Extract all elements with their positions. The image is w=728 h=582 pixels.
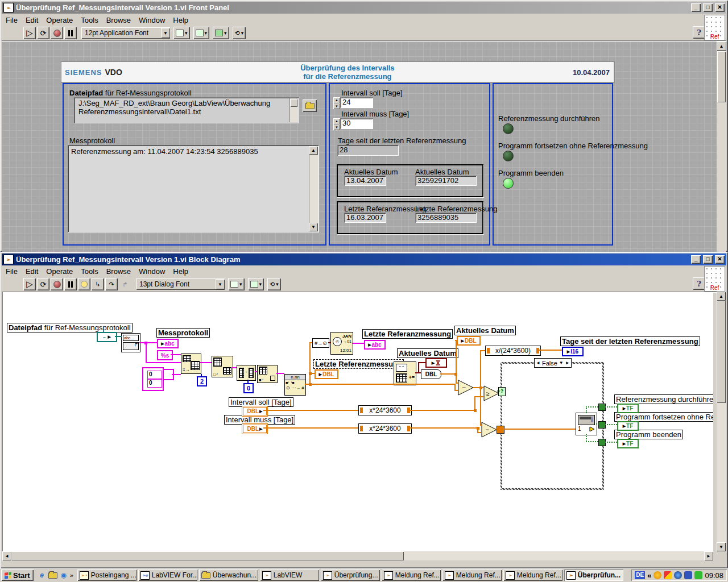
menu-tools[interactable]: Tools xyxy=(77,15,102,26)
context-help-button[interactable]: ? xyxy=(693,277,705,290)
context-help-button[interactable]: ? xyxy=(693,26,705,39)
dateipfad-path-field[interactable]: J:\Seg_MAF_RD_ext\Braun Georg\LabView\Üb… xyxy=(74,97,299,123)
case-next-icon[interactable]: ► xyxy=(565,360,570,365)
path-scrollbar[interactable] xyxy=(289,98,298,122)
desktop-icon[interactable]: ◉ xyxy=(59,571,68,580)
messprotokoll-indicator-terminal[interactable]: abc xyxy=(157,339,179,348)
minimize-button[interactable]: _ xyxy=(691,255,701,264)
menu-window[interactable]: Window xyxy=(135,266,169,277)
font-selector[interactable]: 12pt Application Font ▼ xyxy=(81,27,170,39)
run-button[interactable]: ▷ xyxy=(23,27,36,39)
font-dropdown-arrow-icon[interactable]: ▼ xyxy=(161,28,170,38)
letzte-referenzmessung-dbl-indicator[interactable]: DBL xyxy=(315,369,338,379)
close-button[interactable]: ✕ xyxy=(715,3,725,12)
tray-network-wave-icon[interactable] xyxy=(674,571,682,579)
menu-file[interactable]: File xyxy=(2,15,22,26)
expr-x-mul-24-3600-a[interactable]: x*24*3600 xyxy=(358,405,412,415)
abort-button[interactable] xyxy=(51,27,63,39)
distribute-objects-button[interactable]: ▾ xyxy=(248,278,264,290)
menu-operate[interactable]: Operate xyxy=(42,266,77,277)
minimize-button[interactable]: _ xyxy=(691,3,701,12)
run-continuous-button[interactable]: ⟳ xyxy=(37,278,49,290)
case-dropdown-icon[interactable]: ▼ xyxy=(559,360,564,365)
tray-alert-icon[interactable] xyxy=(664,571,672,579)
array-reshape-node[interactable]: → xyxy=(237,365,256,381)
bd-scroll-right-icon[interactable]: ► xyxy=(704,551,713,560)
intervall-muss-dbl-control[interactable]: DBL xyxy=(242,423,268,434)
out2-tf-indicator[interactable]: TF xyxy=(617,421,639,431)
case-selector[interactable]: ◄ False ▼ ► xyxy=(534,358,572,368)
spreadsheet-string-to-array-node[interactable]: ⁞⁞→ xyxy=(181,354,201,374)
run-continuous-button[interactable]: ⟳ xyxy=(37,27,49,39)
step-over-button[interactable]: ↷ xyxy=(105,278,118,290)
path-control-terminal[interactable]: ⌐˯ xyxy=(97,332,117,342)
menu-operate[interactable]: Operate xyxy=(42,15,77,26)
font-dropdown-arrow-icon[interactable]: ▼ xyxy=(216,279,225,289)
letzte-referanzmessung-string-indicator[interactable]: abc xyxy=(364,340,386,350)
pause-button[interactable] xyxy=(64,278,77,290)
menu-browse[interactable]: Browse xyxy=(102,15,135,26)
message-dialog-subvi[interactable]: 1 xyxy=(576,413,597,435)
intervall-soll-field[interactable]: 24 xyxy=(340,97,373,108)
format-string-constant[interactable]: %s xyxy=(157,350,173,360)
resize-objects-button[interactable]: ▾ xyxy=(213,27,229,39)
menu-edit[interactable]: Edit xyxy=(22,266,42,277)
messprotokoll-scrollbar[interactable]: ▲ ▼ xyxy=(309,146,318,231)
menu-file[interactable]: File xyxy=(2,266,22,277)
aktuelles-datum-timestamp-indicator[interactable]: ⋈ xyxy=(425,358,447,368)
maximize-button[interactable]: □ xyxy=(703,3,713,12)
expr-x-div-24-3600[interactable]: x/(24*3600) xyxy=(485,346,541,356)
taskbar-button-posteingang[interactable]: ◔ Posteingang ... xyxy=(77,569,136,581)
tage-seit-i16-indicator[interactable]: I16 xyxy=(562,347,584,356)
abort-button[interactable] xyxy=(51,278,63,290)
read-text-file-node[interactable]: abc... ↱ xyxy=(121,333,140,352)
distribute-objects-button[interactable]: ▾ xyxy=(193,27,210,39)
bd-scroll-up-icon[interactable]: ▲ xyxy=(717,292,726,301)
intervall-muss-spinner[interactable]: ▲▼ xyxy=(333,118,340,130)
tray-book-icon[interactable] xyxy=(684,571,692,579)
to-dbl-coercion-node[interactable]: DBL xyxy=(421,369,441,379)
messprotokoll-text-area[interactable]: Referenzmessung am: 11.04.2007 14:23:54 … xyxy=(68,145,319,232)
taskbar-button-ueberpruefung[interactable]: Überprüfung... xyxy=(321,569,380,581)
vi-icon[interactable]: Ref xyxy=(704,15,725,40)
intervall-soll-dbl-control[interactable]: DBL xyxy=(242,406,268,417)
ie-icon[interactable]: e xyxy=(38,571,47,580)
menu-help[interactable]: Help xyxy=(169,15,192,26)
pause-button[interactable] xyxy=(64,27,77,39)
out1-tf-indicator[interactable]: TF xyxy=(617,404,639,413)
tray-clock-icon[interactable] xyxy=(653,571,661,579)
folder-icon[interactable] xyxy=(48,571,57,580)
case-prev-icon[interactable]: ◄ xyxy=(536,360,540,365)
to-timestamp-node[interactable]: #→⊙ xyxy=(312,338,329,348)
menu-tools[interactable]: Tools xyxy=(77,266,102,277)
expr-x-mul-24-3600-b[interactable]: x*24*3600 xyxy=(358,423,412,434)
greater-or-equal-node[interactable]: ≥ xyxy=(483,385,499,401)
tray-lan-icon[interactable] xyxy=(694,571,702,579)
menu-browse[interactable]: Browse xyxy=(102,266,135,277)
bd-scroll-left-icon[interactable]: ◄ xyxy=(2,551,11,560)
const-2[interactable]: 2 xyxy=(197,376,207,386)
intervall-muss-field[interactable]: 30 xyxy=(340,118,373,129)
align-objects-button[interactable]: ▾ xyxy=(228,278,245,290)
start-button[interactable]: Start xyxy=(1,569,34,581)
taskbar-button-meldung-2[interactable]: Meldung Ref... xyxy=(442,569,502,581)
language-indicator[interactable]: DE xyxy=(635,571,645,579)
fp-scroll-up-icon[interactable]: ▲ xyxy=(717,41,726,51)
taskbar-button-labview-forum[interactable]: e LabVIEW For... xyxy=(138,569,197,581)
scroll-up-icon[interactable]: ▲ xyxy=(309,146,318,155)
bd-horizontal-scrollbar[interactable]: ◄ ► xyxy=(2,551,713,560)
index-array-node[interactable]: □·ᵗ xyxy=(212,356,233,377)
get-date-time-in-seconds-node[interactable]: ⌐ ¬ += xyxy=(394,361,416,385)
font-selector[interactable]: 13pt Dialog Font ▼ xyxy=(136,278,225,290)
scroll-down-icon[interactable]: ▼ xyxy=(309,223,318,231)
tray-chevron-icon[interactable]: « xyxy=(647,571,651,580)
step-into-button[interactable]: ↳ xyxy=(92,278,104,290)
quick-launch-overflow-icon[interactable]: » xyxy=(70,572,73,579)
taskbar-button-labview[interactable]: LabVIEW xyxy=(260,569,319,581)
run-button[interactable]: ▷ xyxy=(23,278,36,290)
subtract-node[interactable]: − xyxy=(458,380,474,396)
taskbar-button-meldung-3[interactable]: Meldung Ref... xyxy=(503,569,562,581)
align-objects-button[interactable]: ▾ xyxy=(173,27,190,39)
index-array-node-2[interactable]: ■·ᵗ xyxy=(257,365,278,383)
decimal-string-to-number-node[interactable]: n.nn ■ᵗ ᵗ■ ⊙ ⋯→ # xyxy=(284,374,306,396)
